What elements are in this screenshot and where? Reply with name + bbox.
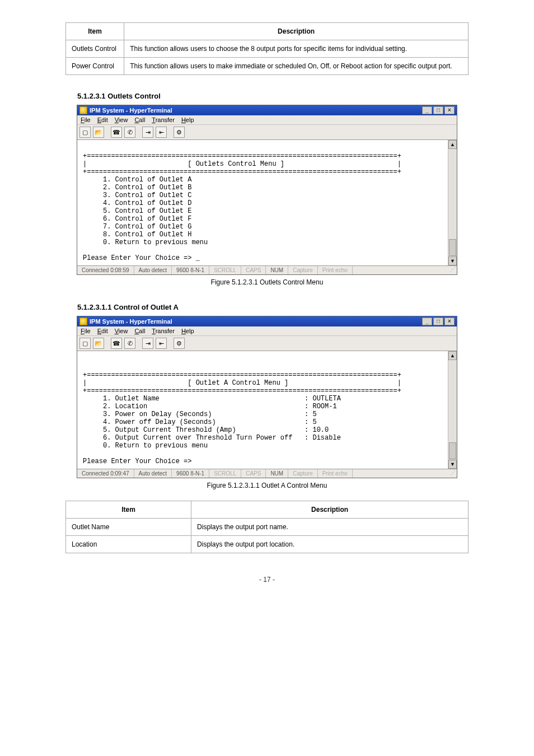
menubar: File Edit View Call Transfer Help	[77, 326, 457, 336]
status-connected: Connected 0:09:47	[77, 469, 134, 478]
toolbar: ▢ 📂 ☎ ✆ ⇥ ⇤ ⚙	[77, 336, 457, 351]
properties-icon[interactable]: ⚙	[174, 338, 185, 349]
disconnect-icon[interactable]: ✆	[124, 127, 135, 138]
minimize-button[interactable]: _	[422, 106, 432, 114]
open-icon[interactable]: 📂	[93, 338, 104, 349]
titlebar[interactable]: IPM System - HyperTerminal _ □ ×	[77, 316, 457, 326]
send-icon[interactable]: ⇥	[142, 127, 153, 138]
resize-grip-icon[interactable]: ⋰	[448, 266, 457, 274]
menu-edit[interactable]: Edit	[97, 116, 108, 123]
menubar: File Edit View Call Transfer Help	[77, 115, 457, 125]
menu-file[interactable]: File	[81, 328, 91, 334]
hyperterminal-window-2: IPM System - HyperTerminal _ □ × File Ed…	[77, 316, 457, 478]
scroll-thumb[interactable]	[449, 442, 456, 459]
connect-icon[interactable]: ☎	[111, 127, 122, 138]
page-number: - 17 -	[34, 576, 500, 584]
open-icon[interactable]: 📂	[93, 127, 104, 138]
table-row: Outlets Control This function allows use…	[66, 40, 469, 58]
close-button[interactable]: ×	[444, 106, 455, 114]
terminal-output: +=======================================…	[77, 351, 448, 469]
vertical-scrollbar[interactable]: ▲ ▼	[448, 140, 457, 266]
disconnect-icon[interactable]: ✆	[124, 338, 135, 349]
properties-icon[interactable]: ⚙	[174, 127, 185, 138]
item-description-table-2: Item Description Outlet Name Displays th…	[65, 501, 469, 553]
receive-icon[interactable]: ⇤	[156, 338, 167, 349]
table2-header-desc: Description	[191, 501, 469, 519]
table-row: Power Control This function allows users…	[66, 58, 469, 75]
scroll-down-icon[interactable]: ▼	[448, 460, 457, 469]
table1-header-item: Item	[66, 23, 124, 40]
section-heading-outlets-control: 5.1.2.3.1 Outlets Control	[77, 92, 500, 100]
menu-call[interactable]: Call	[134, 328, 145, 334]
section-heading-outlet-a: 5.1.2.3.1.1 Control of Outlet A	[77, 303, 500, 311]
menu-call[interactable]: Call	[134, 116, 145, 123]
menu-transfer[interactable]: Transfer	[152, 116, 175, 123]
maximize-button[interactable]: □	[433, 318, 443, 325]
receive-icon[interactable]: ⇤	[156, 127, 167, 138]
close-button[interactable]: ×	[444, 318, 455, 325]
statusbar: Connected 0:09:47 Auto detect 9600 8-N-1…	[77, 469, 457, 478]
scroll-up-icon[interactable]: ▲	[448, 140, 457, 149]
new-icon[interactable]: ▢	[79, 338, 91, 349]
statusbar: Connected 0:08:59 Auto detect 9600 8-N-1…	[77, 266, 457, 274]
menu-transfer[interactable]: Transfer	[152, 328, 175, 334]
figure-caption-2: Figure 5.1.2.3.1.1 Outlet A Control Menu	[34, 482, 500, 489]
titlebar[interactable]: IPM System - HyperTerminal _ □ ×	[77, 105, 457, 115]
minimize-button[interactable]: _	[422, 318, 432, 325]
menu-view[interactable]: View	[115, 116, 128, 123]
table-row: Outlet Name Displays the output port nam…	[66, 519, 469, 536]
hyperterminal-window-1: IPM System - HyperTerminal _ □ × File Ed…	[77, 105, 457, 275]
resize-grip-icon[interactable]: ⋰	[448, 469, 457, 478]
terminal-output: +=======================================…	[77, 140, 448, 266]
app-icon	[79, 318, 87, 325]
vertical-scrollbar[interactable]: ▲ ▼	[448, 351, 457, 469]
menu-view[interactable]: View	[115, 328, 128, 334]
window-title: IPM System - HyperTerminal	[90, 318, 172, 325]
menu-edit[interactable]: Edit	[97, 328, 108, 334]
menu-help[interactable]: Help	[181, 116, 194, 123]
table1-header-desc: Description	[124, 23, 469, 40]
maximize-button[interactable]: □	[433, 106, 443, 114]
scroll-up-icon[interactable]: ▲	[448, 351, 457, 360]
table-row: Location Displays the output port locati…	[66, 536, 469, 553]
scroll-down-icon[interactable]: ▼	[448, 256, 457, 265]
toolbar: ▢ 📂 ☎ ✆ ⇥ ⇤ ⚙	[77, 125, 457, 140]
table2-header-item: Item	[66, 501, 191, 519]
scroll-thumb[interactable]	[449, 239, 456, 256]
menu-help[interactable]: Help	[181, 328, 194, 334]
connect-icon[interactable]: ☎	[111, 338, 122, 349]
item-description-table-1: Item Description Outlets Control This fu…	[65, 22, 469, 75]
send-icon[interactable]: ⇥	[142, 338, 153, 349]
window-title: IPM System - HyperTerminal	[90, 107, 172, 114]
app-icon	[79, 106, 87, 114]
status-connected: Connected 0:08:59	[77, 266, 134, 274]
new-icon[interactable]: ▢	[79, 127, 91, 138]
menu-file[interactable]: File	[81, 116, 91, 123]
figure-caption-1: Figure 5.1.2.3.1 Outlets Control Menu	[34, 278, 500, 286]
